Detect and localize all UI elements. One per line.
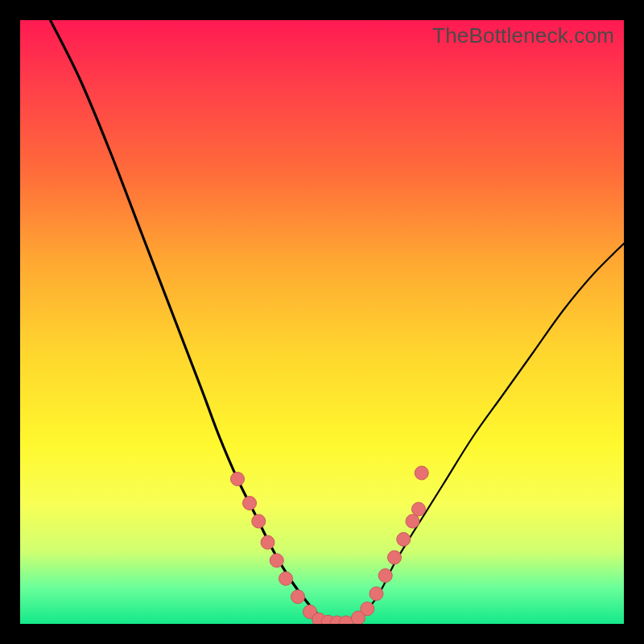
highlight-dot [369,587,383,601]
highlight-dots [231,466,429,624]
highlight-dot [406,514,419,528]
series-bottleneck-right [334,244,624,625]
highlight-dot [243,497,257,510]
series-bottleneck-left [51,20,335,624]
highlight-dot [270,554,283,568]
plot-area: TheBottleneck.com [20,20,624,624]
highlight-dot [397,533,411,547]
highlight-dot [231,473,245,486]
curve-group [51,20,625,624]
watermark-text: TheBottleneck.com [432,23,614,48]
highlight-dot [412,502,426,516]
highlight-dot [279,572,293,585]
highlight-dot [361,602,374,616]
highlight-dot [291,590,305,604]
highlight-dot [252,514,266,528]
chart-svg [20,20,624,624]
highlight-dot [388,551,402,564]
highlight-dot [378,569,392,583]
highlight-dot [261,535,275,549]
highlight-dot [415,466,428,480]
